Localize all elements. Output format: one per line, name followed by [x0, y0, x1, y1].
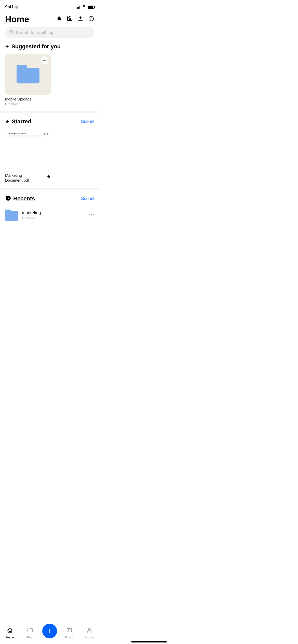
recent-item-info: marketing Dropbox [22, 210, 85, 220]
suggested-title: Suggested for you [11, 43, 61, 50]
status-bar: 9:41 [0, 0, 99, 12]
starred-header: ★ Starred See all [5, 118, 94, 125]
recent-more-button[interactable]: ••• [89, 212, 94, 218]
pdf-doc-title: A Simple PDF File [8, 132, 48, 135]
signal-icon [76, 6, 80, 9]
recents-section: Recents See all [0, 195, 99, 202]
folder-icon-large [17, 65, 39, 83]
search-placeholder: Search for anything [16, 30, 53, 35]
starred-section: ★ Starred See all ••• A Simple PDF File [0, 118, 99, 183]
svg-point-4 [90, 18, 91, 18]
wifi-icon [82, 5, 86, 9]
camera-off-icon[interactable] [67, 16, 73, 23]
recents-header: Recents See all [5, 195, 94, 202]
section-divider-2 [0, 188, 99, 190]
starred-item-name: MarketingDocument.pdf [5, 173, 29, 183]
starred-item[interactable]: ••• A Simple PDF File MarketingDocument.… [5, 129, 51, 183]
status-dot [15, 6, 18, 9]
star-icon[interactable]: ★ [46, 173, 51, 180]
suggested-section: ✦ Suggested for you ••• Mobile Uploads D… [0, 43, 99, 106]
search-icon [9, 30, 14, 36]
suggested-item[interactable]: ••• Mobile Uploads Dropbox [5, 54, 51, 106]
starred-title: Starred [12, 118, 31, 125]
status-time: 9:41 [5, 5, 18, 10]
palette-icon[interactable] [88, 16, 94, 23]
header-actions [56, 16, 94, 23]
battery-icon [88, 6, 94, 9]
starred-card-footer: MarketingDocument.pdf ★ [5, 173, 51, 183]
starred-see-all[interactable]: See all [81, 119, 94, 124]
recent-folder-icon [5, 210, 18, 221]
page-title: Home [5, 14, 29, 24]
suggested-header: ✦ Suggested for you [5, 43, 94, 50]
recents-see-all[interactable]: See all [81, 196, 94, 201]
star-section-icon: ★ [5, 119, 10, 125]
search-bar[interactable]: Search for anything [5, 27, 94, 38]
pdf-thumbnail: ••• A Simple PDF File [5, 129, 51, 171]
upload-icon[interactable] [77, 16, 84, 23]
section-divider [0, 111, 99, 113]
recent-item-name: marketing [22, 210, 85, 215]
suggested-item-name: Mobile Uploads [5, 97, 51, 102]
recent-item-sub: Dropbox [22, 216, 85, 220]
page-header: Home [0, 12, 99, 27]
notifications-icon[interactable] [56, 16, 62, 23]
recents-title: Recents [13, 195, 35, 202]
svg-point-6 [92, 18, 93, 18]
recent-item[interactable]: marketing Dropbox ••• [0, 207, 99, 224]
clock-icon [5, 195, 11, 202]
suggested-card-thumbnail: ••• [5, 54, 51, 95]
status-icons [76, 5, 94, 9]
sparkle-icon: ✦ [5, 43, 9, 50]
svg-point-7 [90, 19, 91, 19]
suggested-more-button[interactable]: ••• [41, 56, 48, 64]
svg-point-5 [91, 17, 92, 18]
suggested-item-sub: Dropbox [5, 102, 51, 106]
pdf-more-button[interactable]: ••• [44, 132, 48, 136]
